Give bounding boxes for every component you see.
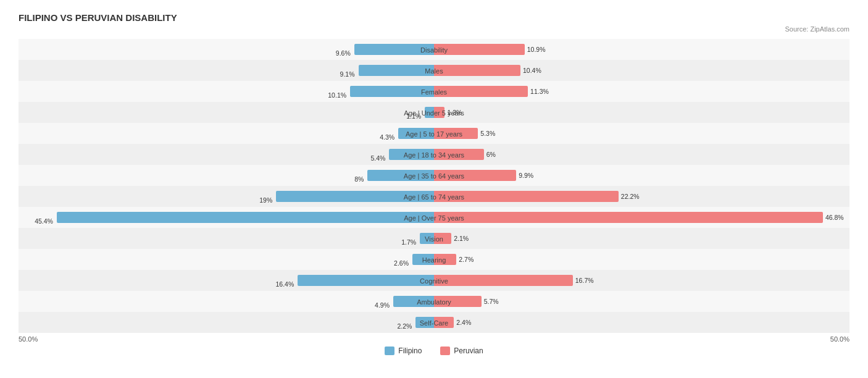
bar-container: 2.6% Hearing 2.7%	[19, 251, 849, 268]
right-section: 22.2%	[434, 188, 849, 205]
bar-filipino	[389, 149, 434, 160]
left-section: 10.1%	[19, 83, 434, 100]
left-section: 9.1%	[19, 62, 434, 79]
bar-container: 45.4% Age | Over 75 years 46.8%	[19, 209, 849, 226]
left-section: 4.3%	[19, 125, 434, 142]
left-section: 16.4%	[19, 272, 434, 289]
value-left: 19%	[259, 196, 275, 204]
bar-row: 10.1% Females 11.3%	[19, 81, 849, 102]
value-right: 5.7%	[482, 298, 499, 305]
bar-container: 19% Age | 65 to 74 years 22.2%	[19, 188, 849, 205]
value-right: 10.4%	[520, 67, 541, 74]
right-section: 1.3%	[434, 104, 849, 121]
value-left: 1.1%	[406, 112, 424, 120]
bar-peruvian	[434, 65, 520, 76]
left-section: 2.6%	[19, 251, 434, 268]
value-left: 4.3%	[380, 133, 397, 141]
bar-row: 2.6% Hearing 2.7%	[19, 249, 849, 270]
right-section: 5.3%	[434, 125, 849, 142]
value-right: 22.2%	[619, 193, 640, 200]
value-left: 5.4%	[370, 154, 388, 162]
bar-container: 4.3% Age | 5 to 17 years 5.3%	[19, 125, 849, 142]
bar-row: 8% Age | 35 to 64 years 9.9%	[19, 165, 849, 186]
bar-peruvian	[434, 212, 823, 223]
bar-peruvian	[434, 275, 573, 286]
left-section: 1.1%	[19, 104, 434, 121]
legend-filipino-box	[385, 346, 394, 355]
bar-peruvian	[434, 170, 516, 181]
chart-area: 9.6% Disability 10.9% 9.1% Males	[19, 39, 849, 333]
right-section: 10.9%	[434, 41, 849, 58]
left-section: 19%	[19, 188, 434, 205]
value-right: 2.4%	[454, 319, 471, 326]
right-section: 5.7%	[434, 293, 849, 310]
left-section: 8%	[19, 167, 434, 184]
bar-row: 9.6% Disability 10.9%	[19, 39, 849, 60]
bar-row: 4.3% Age | 5 to 17 years 5.3%	[19, 123, 849, 144]
right-section: 11.3%	[434, 83, 849, 100]
right-section: 10.4%	[434, 62, 849, 79]
right-section: 2.7%	[434, 251, 849, 268]
value-left: 2.6%	[394, 259, 411, 267]
left-section: 1.7%	[19, 230, 434, 247]
value-left: 16.4%	[275, 280, 296, 288]
bar-filipino	[276, 191, 434, 202]
value-left: 1.7%	[401, 238, 419, 246]
bar-row: 16.4% Cognitive 16.7%	[19, 270, 849, 291]
bar-peruvian	[434, 86, 528, 97]
bar-row: 5.4% Age | 18 to 34 years 6%	[19, 144, 849, 165]
value-left: 10.1%	[328, 91, 349, 99]
axis-right: 50.0%	[434, 335, 849, 343]
bar-container: 4.9% Ambulatory 5.7%	[19, 293, 849, 310]
value-right: 9.9%	[516, 172, 533, 179]
bar-row: 45.4% Age | Over 75 years 46.8%	[19, 207, 849, 228]
value-left: 9.1%	[340, 70, 357, 78]
bar-container: 9.6% Disability 10.9%	[19, 41, 849, 58]
bar-filipino	[412, 254, 434, 265]
value-left: 9.6%	[336, 49, 353, 57]
left-section: 2.2%	[19, 314, 434, 331]
bar-filipino	[425, 107, 434, 118]
value-right: 11.3%	[528, 88, 549, 95]
right-section: 6%	[434, 146, 849, 163]
left-section: 45.4%	[19, 209, 434, 226]
legend-peruvian-box	[440, 346, 450, 355]
value-right: 16.7%	[573, 277, 594, 284]
bar-filipino	[420, 233, 434, 244]
bar-container: 16.4% Cognitive 16.7%	[19, 272, 849, 289]
axis-left: 50.0%	[19, 335, 434, 343]
value-right: 10.9%	[525, 46, 546, 53]
legend-peruvian-label: Peruvian	[454, 346, 483, 355]
bar-filipino	[398, 128, 434, 139]
bar-peruvian	[434, 254, 456, 265]
bar-peruvian	[434, 128, 478, 139]
left-section: 4.9%	[19, 293, 434, 310]
bar-row: 19% Age | 65 to 74 years 22.2%	[19, 186, 849, 207]
value-left: 8%	[354, 175, 366, 183]
bar-filipino	[57, 212, 434, 223]
right-section: 46.8%	[434, 209, 849, 226]
value-right: 5.3%	[478, 130, 495, 137]
bar-filipino	[354, 44, 434, 55]
value-left: 45.4%	[35, 217, 56, 225]
right-section: 2.4%	[434, 314, 849, 331]
bar-peruvian	[434, 44, 525, 55]
bar-filipino	[393, 296, 434, 307]
legend-filipino: Filipino	[385, 346, 422, 355]
bar-container: 9.1% Males 10.4%	[19, 62, 849, 79]
bar-container: 10.1% Females 11.3%	[19, 83, 849, 100]
value-left: 2.2%	[397, 322, 414, 330]
bar-row: 1.1% Age | Under 5 years 1.3%	[19, 102, 849, 123]
bar-peruvian	[434, 233, 451, 244]
bar-container: 1.7% Vision 2.1%	[19, 230, 849, 247]
bar-peruvian	[434, 149, 484, 160]
legend: Filipino Peruvian	[19, 346, 849, 355]
right-section: 16.7%	[434, 272, 849, 289]
value-right: 6%	[484, 151, 496, 158]
bar-container: 8% Age | 35 to 64 years 9.9%	[19, 167, 849, 184]
bar-row: 4.9% Ambulatory 5.7%	[19, 291, 849, 312]
left-section: 5.4%	[19, 146, 434, 163]
left-section: 9.6%	[19, 41, 434, 58]
value-right: 46.8%	[823, 214, 844, 221]
bar-filipino	[298, 275, 434, 286]
